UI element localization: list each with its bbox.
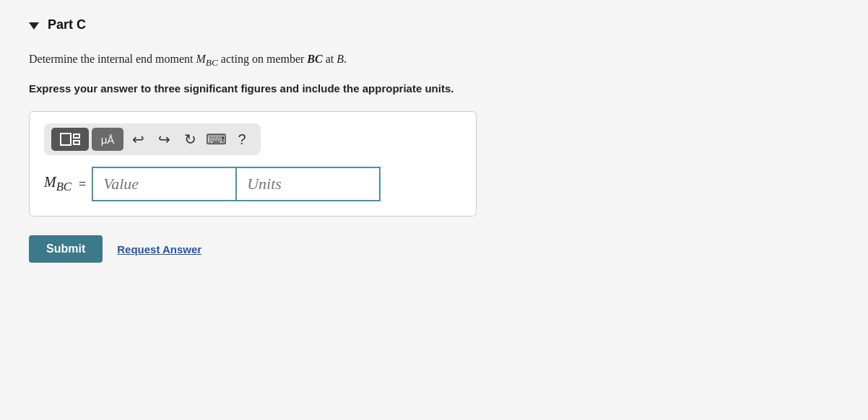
mbc-label: MBC bbox=[44, 174, 71, 194]
template-small-squares bbox=[73, 134, 80, 145]
redo-button[interactable]: ↪ bbox=[152, 128, 175, 151]
question-description: Determine the internal end moment MBC ac… bbox=[29, 50, 839, 71]
input-row: MBC = bbox=[44, 167, 461, 201]
value-input[interactable] bbox=[92, 167, 236, 201]
template-small-square-top bbox=[73, 134, 80, 139]
equals-sign: = bbox=[79, 177, 86, 192]
answer-box: μÅ ↩ ↪ ↻ ⌨ ? MBC = bbox=[29, 111, 477, 216]
keyboard-button[interactable]: ⌨ bbox=[204, 128, 227, 151]
chevron-down-icon[interactable] bbox=[29, 22, 39, 30]
part-header: Part C bbox=[29, 17, 839, 32]
toolbar: μÅ ↩ ↪ ↻ ⌨ ? bbox=[44, 123, 261, 155]
template-small-square-bottom bbox=[73, 140, 80, 145]
bottom-actions: Submit Request Answer bbox=[29, 235, 839, 263]
part-title: Part C bbox=[48, 17, 86, 32]
template-icon bbox=[60, 133, 80, 146]
reset-button[interactable]: ↻ bbox=[178, 128, 201, 151]
help-button[interactable]: ? bbox=[230, 128, 253, 151]
special-chars-button[interactable]: μÅ bbox=[92, 128, 123, 151]
units-input[interactable] bbox=[236, 167, 381, 201]
template-button[interactable] bbox=[51, 128, 89, 151]
template-large-square bbox=[60, 133, 71, 146]
submit-button[interactable]: Submit bbox=[29, 235, 103, 263]
request-answer-button[interactable]: Request Answer bbox=[117, 243, 201, 255]
undo-button[interactable]: ↩ bbox=[126, 128, 149, 151]
question-instruction: Express your answer to three significant… bbox=[29, 81, 839, 97]
page-container: Part C Determine the internal end moment… bbox=[0, 0, 868, 420]
